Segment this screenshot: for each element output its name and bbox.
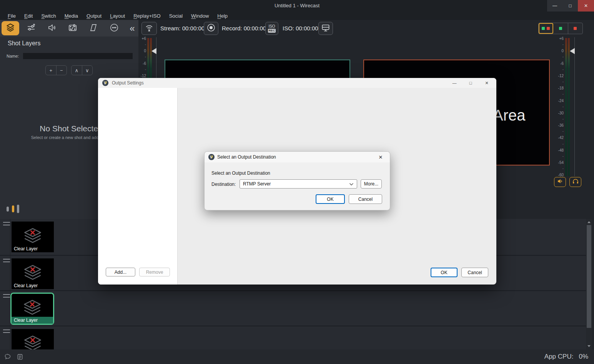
menu-edit[interactable]: Edit xyxy=(20,13,37,19)
dialog-maximize-button[interactable]: □ xyxy=(463,78,479,88)
window-title: Untitled 1 - Wirecast xyxy=(0,0,594,12)
destination-cancel-button[interactable]: Cancel xyxy=(349,194,382,204)
meter-scale-label: -42 xyxy=(553,136,564,140)
dialog-close-button[interactable]: ✕ xyxy=(374,152,388,162)
shot-thumbnail[interactable]: Clear Layer xyxy=(12,222,54,252)
wirecast-window: Untitled 1 - Wirecast — □ ✕ FileEditSwit… xyxy=(0,0,594,364)
stream-button[interactable] xyxy=(141,22,157,35)
volume-fader-handle[interactable] xyxy=(570,48,575,54)
more-button[interactable]: More... xyxy=(361,179,382,189)
drag-handle-icon[interactable] xyxy=(3,329,10,333)
shot-row[interactable]: Clear Layer xyxy=(0,291,586,326)
shot-row[interactable]: Clear Layer xyxy=(0,326,586,349)
notes-icon[interactable] xyxy=(16,353,24,362)
menu-layout[interactable]: Layout xyxy=(106,13,129,19)
destination-ok-button[interactable]: OK xyxy=(316,194,345,204)
live-audio-meter: +6-0--6--12--18--24--30--36--42--48--54-… xyxy=(553,36,580,179)
menu-help[interactable]: Help xyxy=(213,13,232,19)
menu-media[interactable]: Media xyxy=(60,13,82,19)
app-cpu-value: 0% xyxy=(579,353,588,361)
menu-file[interactable]: File xyxy=(3,13,20,19)
transport-bar: Stream: 00:00:00 Record: 00:00:00 ISO RE… xyxy=(138,20,538,36)
shot-thumbnail-selected[interactable]: Clear Layer xyxy=(10,293,54,325)
status-bar: App CPU: 0% xyxy=(0,349,594,364)
wirecast-logo-icon xyxy=(208,154,215,162)
drag-handle-icon[interactable] xyxy=(3,222,10,225)
media-wizard-tab[interactable] xyxy=(62,20,83,36)
shot-list-scrollbar[interactable] xyxy=(586,219,592,349)
scrollbar-thumb[interactable] xyxy=(587,225,591,328)
iso-record-button[interactable]: ISO REC xyxy=(265,22,278,35)
remove-layer-button[interactable]: − xyxy=(57,66,67,75)
volume-fader-track[interactable] xyxy=(574,37,575,176)
add-destination-button[interactable]: Add... xyxy=(106,268,135,276)
destination-select[interactable]: RTMP Server xyxy=(240,179,357,189)
meter-scale-label: 0 xyxy=(553,49,564,53)
headphone-monitor-button[interactable] xyxy=(569,177,581,187)
meter-scale-label: -48 xyxy=(553,148,564,152)
app-cpu-label: App CPU: xyxy=(544,353,574,361)
destination-label: Destination: xyxy=(211,182,236,187)
shot-name-input[interactable] xyxy=(23,53,133,59)
record-button[interactable] xyxy=(204,22,218,35)
shot-label: Clear Layer xyxy=(12,282,40,289)
iso-timer: ISO: 00:00:00 xyxy=(283,20,318,36)
output-settings-cancel-button[interactable]: Cancel xyxy=(461,268,488,277)
menu-output[interactable]: Output xyxy=(82,13,106,19)
dialog-minimize-button[interactable]: — xyxy=(446,78,463,88)
add-layer-button[interactable]: + xyxy=(46,66,57,75)
menubar: FileEditSwitchMediaOutputLayoutReplay+IS… xyxy=(0,12,594,20)
drag-handle-icon[interactable] xyxy=(3,294,10,298)
iso-button-label: ISO xyxy=(268,25,275,28)
volume-fader-handle[interactable] xyxy=(151,48,156,54)
scroll-up-icon[interactable] xyxy=(587,221,591,223)
green-square-icon xyxy=(559,27,562,30)
chevron-down-icon xyxy=(349,180,354,187)
maximize-button[interactable]: □ xyxy=(562,0,578,12)
view-preview-button[interactable] xyxy=(553,23,568,34)
shot-thumbnail[interactable]: Clear Layer xyxy=(12,329,54,349)
collapse-panel-button[interactable]: « xyxy=(127,20,138,36)
meter-scale-label: 0 xyxy=(137,49,146,53)
layer-move-group: ∧ ∨ xyxy=(71,65,93,75)
meter-scale-label: -60 xyxy=(553,173,564,177)
green-square-icon xyxy=(542,27,545,30)
menu-switch[interactable]: Switch xyxy=(37,13,60,19)
menu-replay-iso[interactable]: Replay+ISO xyxy=(129,13,165,19)
speaker-mute-button[interactable] xyxy=(554,177,566,187)
shot-properties-tab[interactable] xyxy=(21,20,42,36)
external-display-button[interactable] xyxy=(318,22,333,35)
record-timer: Record: 00:00:00 xyxy=(222,20,266,36)
shot-layers-tab[interactable] xyxy=(2,21,19,35)
dialog-title: Output Settings xyxy=(112,78,144,88)
layers-icon xyxy=(20,227,45,247)
meter-scale-label: -18 xyxy=(553,86,564,90)
meter-scale-label: -30 xyxy=(553,111,564,115)
close-button[interactable]: ✕ xyxy=(578,0,594,12)
drag-handle-icon[interactable] xyxy=(3,259,10,262)
dialog-titlebar[interactable]: Output Settings — □ ✕ xyxy=(98,78,496,88)
view-live-button[interactable] xyxy=(568,23,582,34)
layers-icon xyxy=(20,334,45,349)
more-tab[interactable] xyxy=(104,20,125,36)
meter-scale-label: -6 xyxy=(553,61,564,66)
minimize-button[interactable]: — xyxy=(547,0,562,12)
view-both-button[interactable] xyxy=(539,23,553,34)
move-layer-down-button[interactable]: ∨ xyxy=(82,66,93,75)
menu-social[interactable]: Social xyxy=(165,13,187,19)
layers-icon xyxy=(20,298,45,319)
move-layer-up-button[interactable]: ∧ xyxy=(72,66,82,75)
dialog-titlebar[interactable]: Select an Output Destination ✕ xyxy=(205,152,390,162)
destinations-list[interactable] xyxy=(98,88,178,285)
output-settings-ok-button[interactable]: OK xyxy=(431,268,458,277)
ellipsis-icon xyxy=(109,23,119,34)
scroll-down-icon[interactable] xyxy=(587,345,591,347)
dialog-close-button[interactable]: ✕ xyxy=(479,78,495,88)
shot-thumbnail[interactable]: Clear Layer xyxy=(12,258,54,289)
chat-icon[interactable] xyxy=(4,353,12,362)
wirecast-logo-icon xyxy=(102,80,108,88)
speaker-icon xyxy=(47,23,57,34)
audio-tab[interactable] xyxy=(42,20,62,36)
transitions-tab[interactable] xyxy=(83,20,104,36)
menu-window[interactable]: Window xyxy=(187,13,213,19)
